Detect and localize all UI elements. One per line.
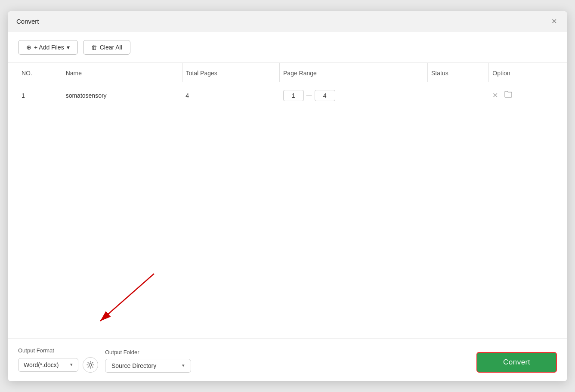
convert-button[interactable]: Convert xyxy=(476,352,557,373)
window-title: Convert xyxy=(16,18,39,25)
folder-value: Source Directory xyxy=(111,362,156,369)
row-option: ✕ xyxy=(489,82,557,109)
row-status xyxy=(427,82,488,109)
trash-icon: 🗑 xyxy=(91,44,97,51)
row-page-range: — xyxy=(280,82,428,109)
format-settings-button[interactable] xyxy=(83,357,98,373)
files-table: NO. Name Total Pages Page Range Status O… xyxy=(18,63,557,109)
folder-icon xyxy=(504,90,513,98)
row-name: somatosensory xyxy=(62,82,182,109)
toolbar: ⊕ + Add Files ▾ 🗑 Clear All xyxy=(8,32,567,63)
col-name: Name xyxy=(62,63,182,82)
plus-icon: ⊕ xyxy=(26,44,31,51)
output-format-label: Output Format xyxy=(18,347,98,354)
svg-line-1 xyxy=(100,274,154,321)
add-files-label: + Add Files xyxy=(34,44,64,51)
file-table-area: NO. Name Total Pages Page Range Status O… xyxy=(8,63,567,338)
format-controls: Word(*.docx) ▾ xyxy=(18,357,98,373)
folder-dropdown[interactable]: Source Directory ▾ xyxy=(105,359,191,373)
page-range-separator: — xyxy=(306,92,312,99)
add-files-arrow-icon: ▾ xyxy=(67,44,70,51)
format-value: Word(*.docx) xyxy=(24,361,59,368)
output-folder-label: Output Folder xyxy=(105,349,191,355)
folder-dropdown-arrow-icon: ▾ xyxy=(182,363,185,368)
convert-window: Convert ✕ ⊕ + Add Files ▾ 🗑 Clear All xyxy=(8,11,567,381)
footer: Output Format Word(*.docx) ▾ Output Fold… xyxy=(8,338,567,381)
page-range-to-input[interactable] xyxy=(315,90,335,101)
svg-point-2 xyxy=(89,364,92,366)
format-dropdown-arrow-icon: ▾ xyxy=(70,362,73,367)
col-option: Option xyxy=(489,63,557,82)
clear-all-label: Clear All xyxy=(100,44,122,51)
open-folder-button[interactable] xyxy=(504,90,513,100)
close-button[interactable]: ✕ xyxy=(550,17,559,26)
col-status: Status xyxy=(427,63,488,82)
clear-all-button[interactable]: 🗑 Clear All xyxy=(83,40,130,55)
title-bar: Convert ✕ xyxy=(8,11,567,32)
col-page-range: Page Range xyxy=(280,63,428,82)
format-dropdown[interactable]: Word(*.docx) ▾ xyxy=(18,358,78,372)
row-total-pages: 4 xyxy=(182,82,279,109)
row-no: 1 xyxy=(18,82,62,109)
table-row: 1 somatosensory 4 — ✕ xyxy=(18,82,557,109)
delete-row-button[interactable]: ✕ xyxy=(492,91,498,99)
output-format-section: Output Format Word(*.docx) ▾ xyxy=(18,347,98,373)
col-total-pages: Total Pages xyxy=(182,63,279,82)
add-files-button[interactable]: ⊕ + Add Files ▾ xyxy=(18,40,78,55)
settings-gear-icon xyxy=(87,361,94,369)
col-no: NO. xyxy=(18,63,62,82)
page-range-from-input[interactable] xyxy=(283,90,304,101)
output-folder-section: Output Folder Source Directory ▾ xyxy=(105,349,191,373)
